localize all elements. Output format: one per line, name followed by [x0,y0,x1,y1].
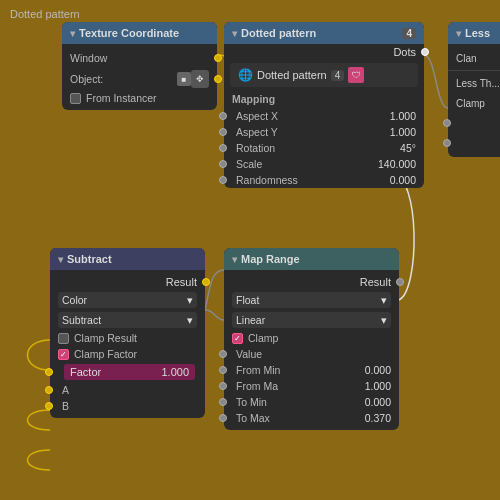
dotted-chevron-icon[interactable]: ▾ [232,28,237,39]
color-chevron-icon: ▾ [187,294,193,306]
to-max-row: To Max 0.370 [224,410,399,426]
b-socket [45,402,53,410]
to-min-value: 0.000 [365,396,391,408]
float-label: Float [236,294,259,306]
randomness-value: 0.000 [390,174,416,186]
map-range-node: ▾ Map Range Result Float ▾ Linear ▾ Clam… [224,248,399,430]
factor-label: Factor [70,366,101,378]
dotted-pattern-header: ▾ Dotted pattern 4 [224,22,424,44]
eyedropper-icon[interactable]: ✥ [191,70,209,88]
value-label-row: Value [224,346,399,362]
shield-icon: 🛡 [348,67,364,83]
less-chevron-icon[interactable]: ▾ [456,28,461,39]
dotted-sub-name: Dotted pattern [257,69,327,81]
dotted-count-badge: 4 [331,70,345,81]
less-threshold-socket [443,139,451,147]
b-row: B [50,398,205,414]
map-range-chevron-icon[interactable]: ▾ [232,254,237,265]
dotted-badge: 4 [402,28,416,39]
less-value-row: Value [448,113,500,133]
clamp-factor-checkbox[interactable] [58,349,69,360]
texture-coordinate-node: ▾ Texture Coordinate Window Object: ■ ✥ … [62,22,217,110]
subtract-result-label: Result [166,276,197,288]
scale-row: Scale 140.000 [224,156,424,172]
less-body: Clan Less Th... Clamp Value Threshold [448,44,500,157]
dots-label: Dots [393,46,416,58]
window-label: Window [70,52,209,64]
globe-icon: 🌐 [238,68,253,82]
scale-value: 140.000 [378,158,416,170]
less-th-row: Less Th... [448,73,500,93]
subtract-body: Result Color ▾ Subtract ▾ Clamp Result C… [50,270,205,418]
subtract-chevron-icon: ▾ [187,314,193,326]
map-range-header: ▾ Map Range [224,248,399,270]
less-header: ▾ Less [448,22,500,44]
from-max-label: From Ma [236,380,361,392]
to-min-row: To Min 0.000 [224,394,399,410]
aspect-x-row: Aspect X 1.000 [224,108,424,124]
b-label: B [62,400,197,412]
subtract-node: ▾ Subtract Result Color ▾ Subtract ▾ Cla… [50,248,205,418]
page-title: Dotted pattern [10,8,80,20]
subtract-header: ▾ Subtract [50,248,205,270]
texture-chevron-icon[interactable]: ▾ [70,28,75,39]
less-clamp-label: Clamp [456,98,485,109]
from-min-value: 0.000 [365,364,391,376]
float-select-row: Float ▾ [224,290,399,310]
randomness-row: Randomness 0.000 [224,172,424,188]
to-max-label: To Max [236,412,361,424]
scale-label: Scale [236,158,374,170]
from-max-socket [219,382,227,390]
float-select[interactable]: Float ▾ [232,292,391,308]
dotted-pattern-title: Dotted pattern [241,27,316,39]
dotted-sub-header: 🌐 Dotted pattern 4 🛡 [230,63,418,87]
from-min-row: From Min 0.000 [224,362,399,378]
aspect-x-label: Aspect X [236,110,386,122]
clamp-result-checkbox[interactable] [58,333,69,344]
rotation-row: Rotation 45° [224,140,424,156]
from-instancer-checkbox[interactable] [70,93,81,104]
clamp-factor-label: Clamp Factor [74,348,197,360]
window-row: Window [62,48,217,68]
map-range-clamp-row: Clamp [224,330,399,346]
map-range-clamp-checkbox[interactable] [232,333,243,344]
linear-chevron-icon: ▾ [381,314,387,326]
subtract-select[interactable]: Subtract ▾ [58,312,197,328]
less-clamp-row: Clamp [448,93,500,113]
a-row: A [50,382,205,398]
aspect-y-socket [219,128,227,136]
clamp-factor-row: Clamp Factor [50,346,205,362]
subtract-result-socket [202,278,210,286]
texture-coordinate-header: ▾ Texture Coordinate [62,22,217,44]
factor-value: 1.000 [161,366,189,378]
to-min-socket [219,398,227,406]
object-icon: ■ [177,72,191,86]
subtract-select-label: Subtract [62,314,101,326]
factor-input-group[interactable]: Factor 1.000 [64,364,195,380]
texture-coordinate-body: Window Object: ■ ✥ From Instancer [62,44,217,110]
linear-select[interactable]: Linear ▾ [232,312,391,328]
less-divider [448,70,500,71]
less-value-socket [443,119,451,127]
object-row: Object: ■ ✥ [62,68,217,90]
subtract-result-row: Result [50,274,205,290]
color-select-row: Color ▾ [50,290,205,310]
value-label: Value [236,348,391,360]
scale-socket [219,160,227,168]
from-min-socket [219,366,227,374]
aspect-x-socket [219,112,227,120]
a-label: A [62,384,197,396]
float-chevron-icon: ▾ [381,294,387,306]
rotation-socket [219,144,227,152]
linear-select-row: Linear ▾ [224,310,399,330]
factor-row: Factor 1.000 [50,362,205,382]
less-node: ▾ Less Clan Less Th... Clamp Value Thres… [448,22,500,157]
to-max-socket [219,414,227,422]
aspect-x-value: 1.000 [390,110,416,122]
from-min-label: From Min [236,364,361,376]
map-range-title: Map Range [241,253,300,265]
linear-label: Linear [236,314,265,326]
subtract-chevron-icon[interactable]: ▾ [58,254,63,265]
color-select[interactable]: Color ▾ [58,292,197,308]
object-socket [214,75,222,83]
